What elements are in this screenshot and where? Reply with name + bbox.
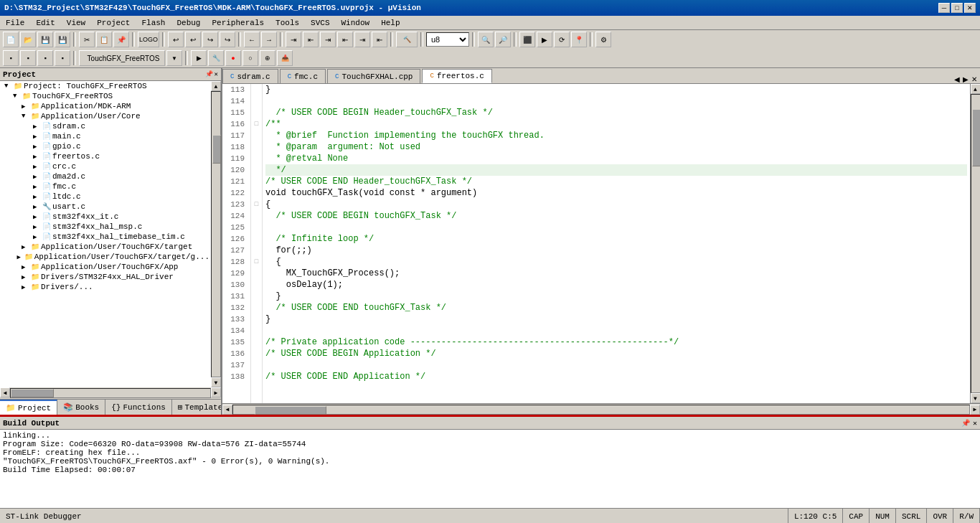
panel-close-icon[interactable]: ✕ <box>215 70 218 78</box>
tree-item-drivers-more[interactable]: ▶ 📁 Drivers/... <box>0 282 211 292</box>
menu-edit[interactable]: Edit <box>33 18 57 28</box>
file-tab-freertos[interactable]: C freertos.c <box>422 69 491 83</box>
build-target-btn[interactable]: 🔨 <box>396 32 418 47</box>
project-hscroll[interactable]: ◀ ▶ <box>0 387 221 399</box>
menu-file[interactable]: File <box>3 18 27 28</box>
expander-crc[interactable]: ▶ <box>33 163 42 171</box>
menu-debug[interactable]: Debug <box>174 18 203 28</box>
tb2-btn10[interactable]: 📥 <box>277 50 293 66</box>
search-btn[interactable]: 🔍 <box>478 32 494 47</box>
tree-item-targetg[interactable]: ▶ 📁 Application/User/TouchGFX/target/g..… <box>0 252 211 262</box>
code-content[interactable]: } /* USER CODE BEGIN Header_touchGFX_Tas… <box>263 84 970 403</box>
hscroll-left[interactable]: ◀ <box>0 387 10 397</box>
tab-functions[interactable]: {} Functions <box>105 400 172 415</box>
redo2-btn[interactable]: ↪ <box>220 32 235 47</box>
fold-128[interactable]: □ <box>251 256 262 268</box>
code-vscroll-down[interactable]: ▼ <box>971 393 981 403</box>
file-tab-sdram[interactable]: C sdram.c <box>222 69 278 83</box>
hscroll-right[interactable]: ▶ <box>211 387 221 397</box>
redo-btn[interactable]: ↪ <box>202 32 218 47</box>
expander-main[interactable]: ▶ <box>33 133 42 141</box>
maximize-button[interactable]: □ <box>951 3 963 13</box>
open-file-btn[interactable]: 📂 <box>20 32 36 47</box>
code-hscroll-bar[interactable] <box>232 405 970 415</box>
menu-flash[interactable]: Flash <box>138 18 168 28</box>
project-tree[interactable]: ▼ 📁 Project: TouchGFX_FreeRTOS ▼ 📁 Touch… <box>0 81 211 387</box>
code-vscroll-up[interactable]: ▲ <box>971 84 981 94</box>
nav-back-btn[interactable]: ← <box>244 32 260 47</box>
code-area[interactable]: 113 114 115 116 117 118 119 120 121 122 … <box>222 84 980 403</box>
minimize-button[interactable]: ─ <box>938 3 950 13</box>
code-vscroll-track[interactable] <box>971 94 981 393</box>
tb2-btn3[interactable]: ▪ <box>37 50 53 66</box>
indent2-btn[interactable]: ⇥ <box>320 32 336 47</box>
menu-svcs[interactable]: SVCS <box>308 18 332 28</box>
tab-close[interactable]: ✕ <box>971 75 977 83</box>
zoom-btn[interactable]: 🔎 <box>495 32 511 47</box>
fold-116[interactable]: □ <box>251 118 262 130</box>
code-vscroll[interactable]: ▲ ▼ <box>970 84 980 403</box>
build-output-content[interactable]: linking... Program Size: Code=66320 RO-d… <box>0 430 980 508</box>
tree-item-fmc[interactable]: ▶ 📄 fmc.c <box>0 182 211 192</box>
vscroll-thumb[interactable] <box>212 135 221 164</box>
code-hscroll-thumb[interactable] <box>255 406 326 415</box>
tb2-btn1[interactable]: ▪ <box>3 50 19 66</box>
vscroll-track[interactable] <box>211 91 221 377</box>
tree-item-freertos[interactable]: ▶ 📄 freertos.c <box>0 151 211 161</box>
expander-usercore[interactable]: ▼ <box>22 113 30 120</box>
tb2-btn9[interactable]: ⊕ <box>260 50 275 66</box>
copy-btn[interactable]: 📋 <box>96 32 112 47</box>
unindent3-btn[interactable]: ⇤ <box>372 32 387 47</box>
expander-ltdc[interactable]: ▶ <box>33 193 42 201</box>
close-button[interactable]: ✕ <box>964 3 976 13</box>
tree-item-usercore[interactable]: ▼ 📁 Application/User/Core <box>0 111 211 121</box>
expander-touchgfx[interactable]: ▼ <box>13 93 22 100</box>
code-hscroll-left[interactable]: ◀ <box>222 405 232 415</box>
code-hscroll-right[interactable]: ▶ <box>970 405 980 415</box>
tab-templates[interactable]: ⊞ Templates <box>172 400 222 415</box>
tree-item-hal-driver[interactable]: ▶ 📁 Drivers/STM32F4xx_HAL_Driver <box>0 272 211 282</box>
tab-scroll-left[interactable]: ◀ <box>954 75 960 83</box>
encoding-combo[interactable]: u8 <box>426 32 469 47</box>
tree-item-gpio[interactable]: ▶ 📄 gpio.c <box>0 141 211 151</box>
cut-btn[interactable]: ✂ <box>79 32 95 47</box>
unindent-btn[interactable]: ⇤ <box>303 32 319 47</box>
tree-item-usart[interactable]: ▶ 🔧 usart.c <box>0 202 211 212</box>
tree-item-touchgfx[interactable]: ▼ 📁 TouchGFX_FreeRTOS <box>0 91 211 101</box>
target-dropdown[interactable]: ▼ <box>166 50 182 66</box>
debug-stop-btn[interactable]: ⬛ <box>519 32 535 47</box>
vscroll-down[interactable]: ▼ <box>211 377 221 387</box>
tree-item-main[interactable]: ▶ 📄 main.c <box>0 131 211 141</box>
menu-view[interactable]: View <box>64 18 88 28</box>
tb2-btn5[interactable]: ▶ <box>191 50 207 66</box>
expander-stm32it[interactable]: ▶ <box>33 213 42 221</box>
indent3-btn[interactable]: ⇥ <box>354 32 370 47</box>
expander-mdk[interactable]: ▶ <box>22 103 30 110</box>
expander-app[interactable]: ▶ <box>22 263 30 271</box>
expander-gpio[interactable]: ▶ <box>33 143 42 151</box>
undo2-btn[interactable]: ↩ <box>185 32 201 47</box>
expander-targetg[interactable]: ▶ <box>17 253 24 261</box>
expander-sdram[interactable]: ▶ <box>33 123 42 131</box>
menu-help[interactable]: Help <box>378 18 402 28</box>
tree-item-dma2d[interactable]: ▶ 📄 dma2d.c <box>0 171 211 182</box>
menu-tools[interactable]: Tools <box>273 18 302 28</box>
expander-hal-msp[interactable]: ▶ <box>33 223 42 231</box>
tree-item-ltdc[interactable]: ▶ 📄 ltdc.c <box>0 192 211 202</box>
expander-root[interactable]: ▼ <box>4 83 13 90</box>
expander-usart[interactable]: ▶ <box>33 203 42 211</box>
expander-hal-tb[interactable]: ▶ <box>33 233 42 241</box>
tree-item-target[interactable]: ▶ 📁 Application/User/TouchGFX/target <box>0 242 211 252</box>
expander-target[interactable]: ▶ <box>22 243 30 251</box>
tb2-btn4[interactable]: ▪ <box>55 50 70 66</box>
save-btn[interactable]: 💾 <box>37 32 53 47</box>
debug-step-btn[interactable]: ⟳ <box>554 32 570 47</box>
expander-dma2d[interactable]: ▶ <box>33 173 42 181</box>
menu-window[interactable]: Window <box>339 18 373 28</box>
nav-fwd-btn[interactable]: → <box>261 32 277 47</box>
tb2-btn7[interactable]: ● <box>225 50 241 66</box>
target-btn[interactable]: TouchGFX_FreeRTOS <box>79 50 165 66</box>
tree-item-hal-msp[interactable]: ▶ 📄 stm32f4xx_hal_msp.c <box>0 222 211 232</box>
debug-step2-btn[interactable]: 📍 <box>571 32 587 47</box>
debug-run-btn[interactable]: ▶ <box>537 32 552 47</box>
